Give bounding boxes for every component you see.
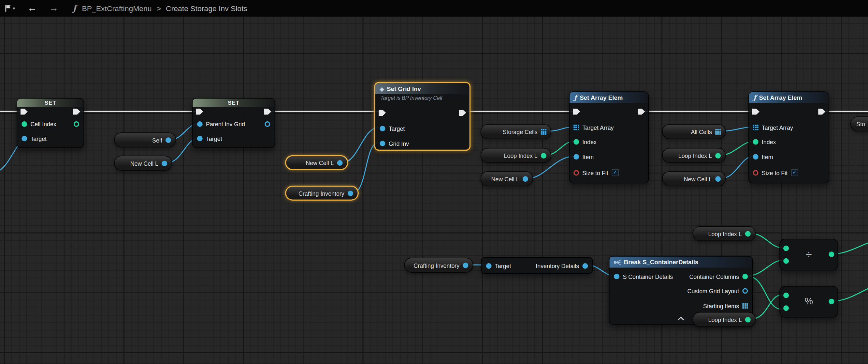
graph-toolbar: ▾ ← → ƒ BP_ExtCraftingMenu > Create Stor…: [0, 0, 868, 17]
result-pin[interactable]: [829, 251, 834, 257]
target-pin[interactable]: [197, 136, 203, 141]
new-cell-output-pin[interactable]: [523, 176, 528, 181]
item-pin[interactable]: [574, 154, 579, 160]
new-cell-output-pin[interactable]: [715, 176, 721, 181]
node-get-loop-index-1[interactable]: Loop Index L: [480, 148, 551, 163]
node-get-loop-index-2[interactable]: Loop Index L: [662, 148, 725, 163]
size-to-fit-checkbox[interactable]: ✓: [791, 169, 798, 176]
exec-in-pin[interactable]: [752, 109, 760, 115]
node-get-inventory-details[interactable]: Target Inventory Details: [481, 257, 593, 274]
custom-grid-layout-pin[interactable]: [742, 288, 748, 293]
pin-label: Starting Items: [703, 303, 739, 309]
node-get-new-cell-3[interactable]: New Cell L: [480, 171, 533, 186]
blueprint-editor: ▾ ← → ƒ BP_ExtCraftingMenu > Create Stor…: [0, 0, 868, 364]
node-get-new-cell-2[interactable]: New Cell L: [285, 155, 348, 170]
exec-out-pin[interactable]: [638, 109, 645, 115]
break-struct-icon: [614, 259, 621, 265]
bookmark-button[interactable]: ▾: [5, 5, 15, 12]
self-output-pin[interactable]: [165, 137, 171, 143]
pin-label: Size to Fit: [762, 169, 787, 176]
node-get-new-cell-4[interactable]: New Cell L: [662, 171, 725, 186]
target-array-pin[interactable]: [574, 124, 579, 130]
target-pin[interactable]: [380, 126, 385, 132]
exec-out-pin[interactable]: [818, 109, 825, 115]
cell-index-pin[interactable]: [22, 121, 27, 127]
function-icon: ƒ: [574, 93, 577, 102]
cell-index-output-pin[interactable]: [74, 121, 79, 127]
node-modulo[interactable]: %: [779, 286, 838, 318]
starting-items-pin[interactable]: [742, 303, 748, 309]
loop-index-output-pin[interactable]: [715, 152, 721, 158]
size-to-fit-pin[interactable]: [574, 170, 579, 175]
node-get-self[interactable]: Self: [114, 133, 176, 147]
node-set-array-elem-2[interactable]: ƒ Set Array Elem Target Array Index Item…: [748, 91, 829, 183]
pill-label: New Cell L: [130, 160, 158, 166]
size-to-fit-pin[interactable]: [753, 170, 758, 175]
target-array-pin[interactable]: [753, 124, 758, 130]
chevron-down-icon: ▾: [13, 5, 15, 11]
node-get-new-cell-1[interactable]: New Cell L: [114, 156, 172, 171]
parent-inv-grid-output-pin[interactable]: [265, 121, 270, 127]
exec-out-pin[interactable]: [264, 109, 271, 115]
exec-in-pin[interactable]: [196, 109, 203, 115]
exec-in-pin[interactable]: [573, 109, 580, 115]
crafting-inventory-output-pin[interactable]: [463, 262, 468, 268]
array-pin-icon[interactable]: [541, 129, 547, 134]
index-pin[interactable]: [753, 139, 758, 144]
grid-inv-pin[interactable]: [380, 141, 385, 146]
breadcrumb-item-function[interactable]: Create Storage Inv Slots: [166, 4, 247, 12]
input-b-pin[interactable]: [783, 305, 789, 311]
pin-label: Item: [582, 153, 594, 160]
exec-in-pin[interactable]: [21, 109, 28, 115]
node-set-parent-inv-grid[interactable]: SET Parent Inv Grid Target: [192, 98, 275, 148]
parent-inv-grid-pin[interactable]: [197, 121, 203, 127]
item-pin[interactable]: [753, 154, 758, 160]
s-container-details-pin[interactable]: [614, 274, 619, 279]
input-a-pin[interactable]: [783, 292, 789, 298]
inventory-details-output-pin[interactable]: [582, 263, 588, 269]
back-button[interactable]: ←: [27, 1, 37, 16]
loop-index-output-pin[interactable]: [541, 152, 547, 158]
node-set-grid-inv[interactable]: ◈ Set Grid Inv Target is BP Inventory Ce…: [374, 82, 471, 151]
forward-button[interactable]: →: [49, 1, 58, 16]
pin-label: Custom Grid Layout: [687, 288, 739, 294]
node-get-crafting-inventory-2[interactable]: Crafting Inventory: [404, 258, 473, 273]
node-get-storage-cells-clipped[interactable]: Sto: [850, 116, 868, 132]
forward-arrow-icon: →: [49, 1, 58, 16]
node-divide[interactable]: ÷: [779, 239, 838, 271]
pin-label: Size to Fit: [582, 169, 608, 176]
collapse-node-button[interactable]: [677, 313, 685, 323]
input-a-pin[interactable]: [783, 246, 789, 251]
pin-label: Parent Inv Grid: [206, 121, 245, 127]
target-pin[interactable]: [486, 263, 492, 269]
breadcrumb-item-blueprint[interactable]: BP_ExtCraftingMenu: [82, 4, 152, 12]
target-pin[interactable]: [22, 136, 27, 141]
exec-out-pin[interactable]: [73, 109, 80, 115]
node-set-array-elem-1[interactable]: ƒ Set Array Elem Target Array Index Item…: [569, 91, 649, 183]
node-header: Break S_ContainerDetails: [610, 257, 752, 268]
node-get-loop-index-4[interactable]: Loop Index L: [692, 312, 755, 327]
node-get-crafting-inventory-1[interactable]: Crafting Inventory: [285, 186, 359, 201]
node-header: ƒ Set Array Elem: [569, 92, 648, 103]
pill-label: Sto: [856, 121, 865, 127]
size-to-fit-checkbox[interactable]: ✓: [612, 169, 619, 176]
node-subtitle: Target is BP Inventory Cell: [380, 95, 442, 101]
array-pin-icon[interactable]: [715, 129, 721, 134]
result-pin[interactable]: [829, 299, 834, 304]
exec-out-pin[interactable]: [459, 110, 466, 116]
loop-index-output-pin[interactable]: [745, 317, 751, 322]
new-cell-output-pin[interactable]: [162, 161, 167, 166]
node-title: Set Grid Inv: [387, 85, 421, 92]
pin-label: Target: [389, 125, 405, 132]
node-set-cell-index[interactable]: SET Cell Index Target: [17, 98, 84, 148]
container-columns-pin[interactable]: [742, 274, 748, 279]
index-pin[interactable]: [574, 139, 579, 144]
node-get-storage-cells[interactable]: Storage Cells: [480, 124, 551, 139]
node-get-loop-index-3[interactable]: Loop Index L: [692, 226, 755, 241]
crafting-inventory-output-pin[interactable]: [348, 191, 353, 196]
node-get-all-cells[interactable]: All Cells: [662, 124, 725, 139]
loop-index-output-pin[interactable]: [745, 231, 751, 236]
input-b-pin[interactable]: [783, 258, 789, 264]
exec-in-pin[interactable]: [379, 110, 386, 116]
new-cell-output-pin[interactable]: [337, 160, 343, 165]
